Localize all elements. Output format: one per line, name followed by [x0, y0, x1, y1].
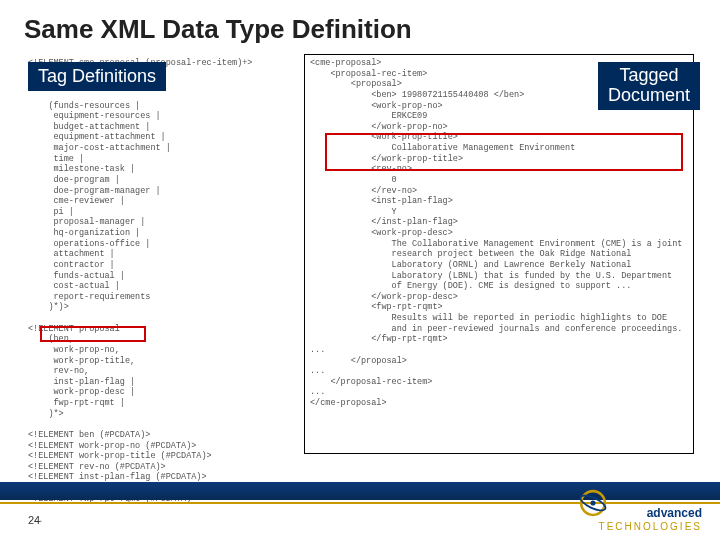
slide-title: Same XML Data Type Definition — [24, 14, 412, 45]
highlight-dtd-work-prop-title — [40, 326, 146, 342]
highlight-xml-work-prop-title — [325, 133, 683, 171]
logo-mark-icon — [576, 486, 610, 520]
tag-definitions-label: Tag Definitions — [28, 62, 166, 91]
logo-text-advanced: advanced — [647, 506, 702, 520]
tagged-document-label: Tagged Document — [598, 62, 700, 110]
page-number: 24 — [28, 514, 40, 526]
dtd-code: <!ELEMENT cme-proposal (proposal-rec-ite… — [28, 58, 298, 526]
right-code-border — [304, 54, 694, 454]
svg-point-2 — [590, 500, 595, 505]
company-logo: advanced TECHNOLOGIES — [582, 478, 702, 534]
logo-text-technologies: TECHNOLOGIES — [599, 521, 702, 532]
